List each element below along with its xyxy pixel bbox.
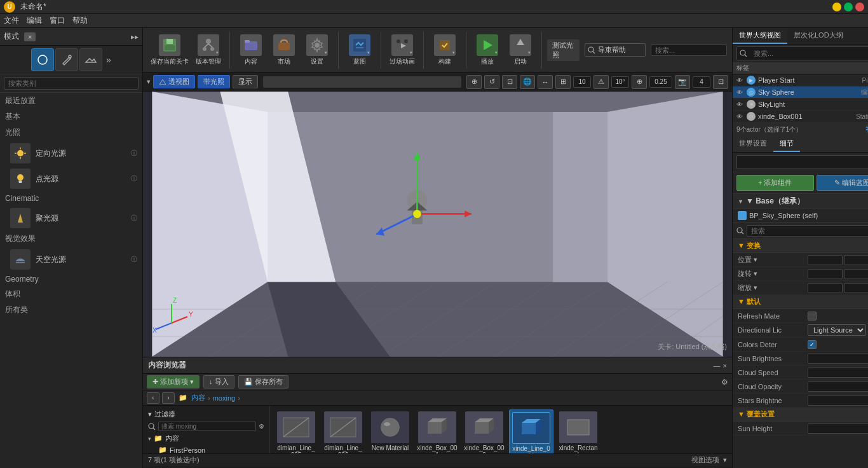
file-item-new-material[interactable]: New Material — [368, 410, 412, 453]
add-component-button[interactable]: + 添加组件 — [736, 175, 814, 191]
left-toolbar-expand[interactable]: » — [106, 55, 111, 65]
cb-view-options-button[interactable]: ▾ — [723, 456, 727, 464]
tree-item-firstperson[interactable]: 📁 FirstPerson — [146, 444, 267, 453]
base-section-header[interactable]: ▼ ▼ Base（继承） — [733, 194, 868, 209]
position-x-input[interactable]: 0.0 cm — [808, 255, 843, 265]
sun-brightness-input[interactable]: 75.0 — [808, 354, 868, 364]
directional-light-select[interactable]: Light Source — [808, 324, 866, 336]
camera-speed-icon[interactable]: 📷 — [675, 75, 690, 89]
actor-name-input[interactable]: Sky Sphere — [736, 155, 868, 169]
minimize-button[interactable] — [832, 3, 841, 11]
cb-close-icon[interactable]: × — [723, 362, 727, 369]
tab-details[interactable]: 细节 — [773, 136, 800, 152]
spot-light-info-icon[interactable]: ⓘ — [131, 214, 137, 223]
show-button[interactable]: 显示 — [233, 75, 258, 88]
category-cinematic[interactable]: Cinematic — [0, 191, 142, 205]
close-button[interactable] — [855, 3, 864, 11]
refresh-material-checkbox[interactable] — [808, 312, 817, 320]
cloud-opacity-input[interactable]: 1.0 — [808, 382, 868, 392]
cb-tree-search-input[interactable] — [158, 422, 256, 431]
cb-search-options-icon[interactable]: ⚙ — [259, 423, 264, 430]
angle-input[interactable]: 10° — [611, 76, 629, 88]
filter-button[interactable]: ▾ 过滤器 — [146, 408, 267, 420]
grid-size-input[interactable]: 10 — [573, 76, 591, 88]
viewport-icon-3[interactable]: ⊡ — [502, 75, 517, 89]
sky-light-info-icon[interactable]: ⓘ — [131, 255, 137, 264]
category-geometry[interactable]: Geometry — [0, 272, 142, 286]
blueprint-button[interactable]: ▾ 蓝图 — [344, 32, 376, 69]
file-item-xinde-box-002[interactable]: xinde_Box_002 — [462, 410, 506, 453]
transform-section-header[interactable]: ▼ 变换 — [733, 239, 868, 253]
viewport-icon-2[interactable]: ↺ — [484, 75, 499, 89]
paint-tool-button[interactable] — [55, 48, 78, 71]
lit-view-button[interactable]: 带光照 — [198, 75, 230, 88]
camera-speed-input[interactable]: 4 — [693, 76, 710, 88]
file-item-dimian-line-006[interactable]: dimian_Line_006 — [321, 410, 365, 453]
rotation-y-input[interactable]: 0.0° — [844, 269, 868, 279]
landscape-tool-button[interactable] — [79, 48, 102, 71]
cinematic-button[interactable]: ▾ 过场动画 — [386, 32, 418, 69]
light-directional-item[interactable]: 定向光源 ⓘ — [0, 141, 142, 166]
category-all[interactable]: 所有类 — [0, 302, 142, 318]
tree-item-content[interactable]: ▾ 📁 内容 — [146, 432, 267, 444]
cb-forward-button[interactable]: › — [162, 392, 175, 404]
perspective-view-button[interactable]: 透视图 — [153, 75, 195, 88]
cursor-tool-button[interactable] — [31, 48, 54, 71]
file-item-xinde-rectangle[interactable]: xinde_Rectangle — [556, 410, 600, 453]
maximize-button[interactable] — [844, 3, 853, 11]
viewport[interactable]: X Y Z 关卡: Untitled (永久档) — [143, 92, 732, 357]
position-y-input[interactable]: 0.0 cm — [844, 255, 868, 265]
sun-height-input[interactable]: 0.348239 — [808, 423, 868, 434]
viewport-icon-6[interactable]: ⊞ — [555, 75, 571, 89]
content-browser-toolbar-button[interactable]: 内容 — [235, 32, 267, 69]
scale-input[interactable]: 0.25 — [649, 76, 672, 88]
marketplace-button[interactable]: 市场 — [268, 32, 300, 69]
visibility-sky-sphere-icon[interactable]: 👁 — [736, 89, 743, 96]
viewport-icon-8[interactable]: ⊕ — [632, 75, 647, 89]
add-new-button[interactable]: ✚ 添加新项 ▾ — [147, 375, 200, 389]
build-button[interactable]: ▾ 构建 — [429, 32, 461, 69]
visibility-skylight-icon[interactable]: 👁 — [736, 101, 743, 108]
mode-expand-icon[interactable]: ▸▸ — [131, 32, 139, 41]
play-button[interactable]: ▾ 播放 — [471, 32, 503, 69]
default-section-header[interactable]: ▼ 默认 — [733, 295, 868, 309]
outliner-row-player-start[interactable]: 👁 ▶ Player Start PlayerStart — [733, 74, 868, 86]
component-bp-sky-sphere[interactable]: BP_Sky_Sphere (self) — [733, 209, 868, 223]
visibility-player-start-icon[interactable]: 👁 — [736, 77, 743, 84]
breadcrumb-moxing[interactable]: moxing — [213, 394, 235, 402]
light-sky-item[interactable]: 天空光源 ⓘ — [0, 247, 142, 272]
stars-brightness-input[interactable]: 0.1 — [808, 396, 868, 406]
import-button[interactable]: ↓ 导入 — [203, 375, 234, 389]
cb-settings-icon[interactable]: ⚙ — [721, 378, 728, 387]
point-light-info-icon[interactable]: ⓘ — [131, 174, 137, 183]
light-point-item[interactable]: 点光源 ⓘ — [0, 166, 142, 191]
viewport-icon-7[interactable]: ⚠ — [593, 75, 609, 89]
viewport-icon-4[interactable]: 🌐 — [520, 75, 535, 89]
scale-y-input[interactable]: 1.0 — [844, 283, 868, 293]
category-visual[interactable]: 视觉效果 — [0, 231, 142, 247]
outliner-search-input[interactable] — [750, 48, 868, 59]
viewport-icon-5[interactable]: ↔ — [538, 75, 553, 89]
visibility-xinde-box-icon[interactable]: 👁 — [736, 113, 743, 120]
rotation-x-input[interactable]: 0.0° — [808, 269, 843, 279]
source-control-button[interactable]: ▾ 版本管理 — [193, 32, 224, 69]
menu-file[interactable]: 文件 — [4, 15, 19, 26]
launch-button[interactable]: ▾ 启动 — [505, 32, 536, 69]
file-item-xinde-box-001[interactable]: xinde_Box_001 — [415, 410, 459, 453]
menu-edit[interactable]: 编辑 — [27, 15, 42, 26]
test-lighting-button[interactable]: 测试光照 — [547, 39, 580, 61]
file-item-xinde-line-001[interactable]: xinde_Line_001 — [509, 410, 553, 453]
tab-lod-outliner[interactable]: 层次化LOD大纲 — [787, 28, 850, 44]
file-item-dimian-line-005[interactable]: dimian_Line_005 — [274, 410, 318, 453]
scale-x-input[interactable]: 1.0 — [808, 283, 843, 293]
breadcrumb-content[interactable]: 内容 — [191, 393, 205, 403]
menu-help[interactable]: 帮助 — [72, 15, 88, 26]
category-basic[interactable]: 基本 — [0, 109, 142, 125]
save-all-button[interactable]: 💾 保存所有 — [238, 375, 288, 389]
category-recent[interactable]: 最近放置 — [0, 93, 142, 109]
outliner-row-xinde-box[interactable]: 👁 □ xinde_Box001 StaticMesh/A — [733, 111, 868, 123]
outliner-row-skylight[interactable]: 👁 ☀ SkyLight SkyLight — [733, 99, 868, 111]
mode-close-button[interactable]: × — [24, 32, 36, 41]
tab-world-settings[interactable]: 世界设置 — [733, 136, 773, 152]
settings-button[interactable]: ▾ 设置 — [301, 32, 333, 69]
